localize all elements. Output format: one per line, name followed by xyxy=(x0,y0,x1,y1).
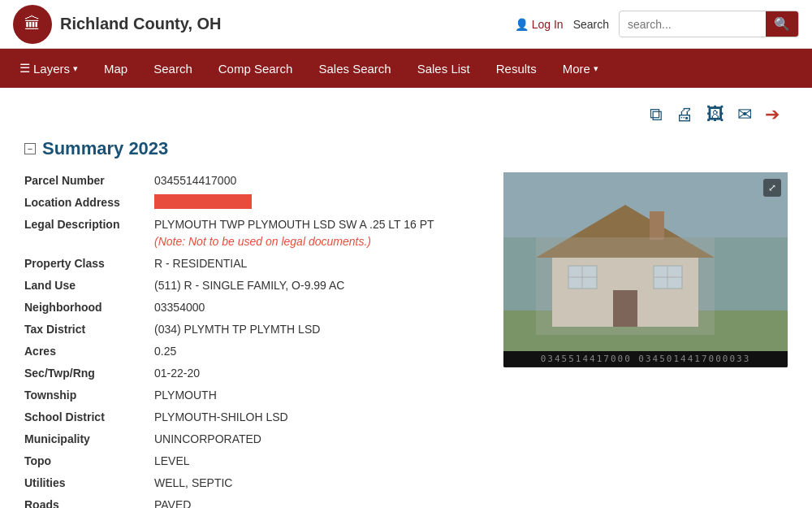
school-district-label: School District xyxy=(24,409,154,426)
site-title: Richland County, OH xyxy=(60,15,222,33)
property-class-value: R - RESIDENTIAL xyxy=(154,255,247,272)
property-image-svg xyxy=(503,172,788,351)
acres-label: Acres xyxy=(24,343,154,360)
utilities-label: Utilities xyxy=(24,475,154,492)
nav-item-results[interactable]: Results xyxy=(483,49,550,88)
image-footer xyxy=(503,367,788,367)
land-use-label: Land Use xyxy=(24,277,154,294)
nav-bar: ☰ Layers ▾ Map Search Comp Search Sales … xyxy=(0,49,812,88)
tax-district-value: (034) PLYMTH TP PLYMTH LSD xyxy=(154,321,320,338)
property-layout: Parcel Number 0345514417000 Location Add… xyxy=(24,172,788,508)
roads-row: Roads PAVED xyxy=(24,497,479,508)
layers-chevron: ▾ xyxy=(73,63,78,74)
next-icon[interactable]: ➔ xyxy=(765,104,780,125)
topo-label: Topo xyxy=(24,453,154,470)
tax-district-label: Tax District xyxy=(24,321,154,338)
nav-item-map[interactable]: Map xyxy=(91,49,140,88)
property-details: Parcel Number 0345514417000 Location Add… xyxy=(24,172,479,508)
roads-value: PAVED xyxy=(154,497,191,508)
summary-header: − Summary 2023 xyxy=(24,138,788,159)
more-chevron: ▾ xyxy=(594,63,598,74)
site-logo: 🏛 xyxy=(13,5,52,44)
search-label: Search xyxy=(573,18,609,31)
user-icon: 👤 xyxy=(515,18,529,31)
layers-icon: ☰ xyxy=(19,61,30,76)
property-image: ⤢ 0345514417000 0345014417000033 xyxy=(503,172,788,367)
email-icon[interactable]: ✉ xyxy=(737,104,752,125)
header-right: 👤 Log In Search 🔍 xyxy=(515,11,799,37)
acres-value: 0.25 xyxy=(154,343,176,360)
school-district-row: School District PLYMOUTH-SHILOH LSD xyxy=(24,409,479,426)
neighborhood-row: Neighborhood 03354000 xyxy=(24,299,479,316)
nav-item-layers[interactable]: ☰ Layers ▾ xyxy=(6,49,91,88)
search-submit-button[interactable]: 🔍 xyxy=(766,11,798,37)
township-label: Township xyxy=(24,387,154,404)
svg-rect-5 xyxy=(650,211,664,240)
parcel-number-label: Parcel Number xyxy=(24,172,154,189)
top-header: 🏛 Richland County, OH 👤 Log In Search 🔍 xyxy=(0,0,812,49)
township-row: Township PLYMOUTH xyxy=(24,387,479,404)
toolbar-icons: ⧉ 🖨 🖼 ✉ ➔ xyxy=(24,104,788,125)
school-district-value: PLYMOUTH-SHILOH LSD xyxy=(154,409,288,426)
topo-value: LEVEL xyxy=(154,453,190,470)
property-image-inner: ⤢ xyxy=(503,172,788,351)
image-section: ⤢ 0345514417000 0345014417000033 xyxy=(503,172,788,508)
nav-item-sales-search[interactable]: Sales Search xyxy=(305,49,404,88)
township-value: PLYMOUTH xyxy=(154,387,217,404)
sec-twp-rng-label: Sec/Twp/Rng xyxy=(24,365,154,382)
neighborhood-label: Neighborhood xyxy=(24,299,154,316)
legal-note: (Note: Not to be used on legal documents… xyxy=(154,233,434,250)
location-address-label: Location Address xyxy=(24,194,154,211)
number-strip: 0345514417000 0345014417000033 xyxy=(503,351,788,367)
legal-description-value: PLYMOUTH TWP PLYMOUTH LSD SW A .25 LT 16… xyxy=(154,216,434,233)
location-address-value xyxy=(154,194,252,209)
parcel-number-value: 0345514417000 xyxy=(154,172,236,189)
logo-icon: 🏛 xyxy=(24,15,41,33)
property-class-label: Property Class xyxy=(24,255,154,272)
municipality-row: Municipality UNINCORPORATED xyxy=(24,431,479,448)
property-class-row: Property Class R - RESIDENTIAL xyxy=(24,255,479,272)
collapse-button[interactable]: − xyxy=(24,143,36,154)
land-use-row: Land Use (511) R - SINGLE FAMILY, O-9.99… xyxy=(24,277,479,294)
parcel-number-strip: 0345514417000 0345014417000033 xyxy=(541,354,751,364)
utilities-value: WELL, SEPTIC xyxy=(154,475,232,492)
login-link[interactable]: 👤 Log In xyxy=(515,18,564,31)
gallery-icon[interactable]: 🖼 xyxy=(706,104,724,125)
svg-rect-13 xyxy=(536,237,715,335)
nav-item-sales-list[interactable]: Sales List xyxy=(404,49,483,88)
search-box: 🔍 xyxy=(619,11,799,37)
neighborhood-value: 03354000 xyxy=(154,299,205,316)
print-icon[interactable]: 🖨 xyxy=(676,104,693,125)
utilities-row: Utilities WELL, SEPTIC xyxy=(24,475,479,492)
legal-description-row: Legal Description PLYMOUTH TWP PLYMOUTH … xyxy=(24,216,479,250)
roads-label: Roads xyxy=(24,497,154,508)
tax-district-row: Tax District (034) PLYMTH TP PLYMTH LSD xyxy=(24,321,479,338)
municipality-label: Municipality xyxy=(24,431,154,448)
nav-item-more[interactable]: More ▾ xyxy=(550,49,611,88)
sec-twp-rng-row: Sec/Twp/Rng 01-22-20 xyxy=(24,365,479,382)
topo-row: Topo LEVEL xyxy=(24,453,479,470)
expand-image-button[interactable]: ⤢ xyxy=(763,179,781,197)
main-content: ⧉ 🖨 🖼 ✉ ➔ − Summary 2023 Parcel Number 0… xyxy=(0,88,812,508)
location-address-row: Location Address xyxy=(24,194,479,211)
sec-twp-rng-value: 01-22-20 xyxy=(154,365,200,382)
land-use-value: (511) R - SINGLE FAMILY, O-9.99 AC xyxy=(154,277,344,294)
parcel-number-row: Parcel Number 0345514417000 xyxy=(24,172,479,189)
search-input[interactable] xyxy=(620,13,766,36)
municipality-value: UNINCORPORATED xyxy=(154,431,261,448)
legal-description-label: Legal Description xyxy=(24,216,154,250)
acres-row: Acres 0.25 xyxy=(24,343,479,360)
summary-title: Summary 2023 xyxy=(42,138,168,159)
nav-item-comp-search[interactable]: Comp Search xyxy=(205,49,306,88)
nav-item-search[interactable]: Search xyxy=(140,49,205,88)
share-icon[interactable]: ⧉ xyxy=(650,104,663,125)
logo-area: 🏛 Richland County, OH xyxy=(13,5,515,44)
